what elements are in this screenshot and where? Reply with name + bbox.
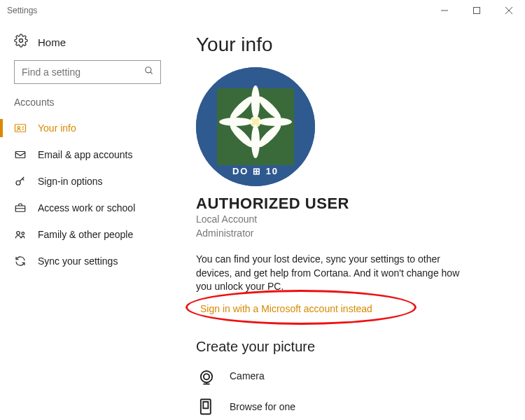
svg-rect-11 [15, 152, 25, 158]
option-camera[interactable]: Camera [196, 366, 497, 386]
maximize-button[interactable] [461, 0, 493, 21]
minimize-button[interactable] [428, 0, 461, 21]
create-picture-heading: Create your picture [196, 339, 497, 355]
info-description: You can find your lost device, sync your… [196, 253, 469, 294]
nav-label: Sign-in options [38, 176, 103, 187]
svg-rect-1 [474, 8, 480, 14]
window-title: Settings [7, 6, 37, 15]
browse-icon [196, 397, 217, 416]
sidebar-item-work-school[interactable]: Access work or school [0, 195, 175, 221]
svg-point-20 [251, 125, 260, 158]
user-name: AUTHORIZED USER [196, 195, 497, 213]
person-card-icon [14, 122, 27, 134]
search-icon [144, 66, 154, 78]
home-label: Home [38, 36, 66, 48]
nav-label: Access work or school [38, 202, 135, 214]
svg-point-19 [251, 85, 260, 119]
sidebar-item-your-info[interactable]: Your info [0, 115, 175, 141]
nav-label: Email & app accounts [38, 149, 132, 160]
section-label: Accounts [0, 97, 175, 115]
nav-label: Your info [38, 122, 76, 134]
ms-account-link[interactable]: Sign in with a Microsoft account instead [200, 303, 372, 314]
svg-point-21 [219, 118, 253, 126]
sidebar-item-email-accounts[interactable]: Email & app accounts [0, 141, 175, 168]
svg-point-27 [201, 371, 212, 382]
account-type: Local Account [196, 213, 497, 227]
sync-icon [14, 255, 27, 267]
svg-point-4 [20, 39, 23, 43]
briefcase-icon [14, 202, 27, 214]
sidebar-item-sync-settings[interactable]: Sync your settings [0, 248, 175, 274]
sidebar-item-signin-options[interactable]: Sign-in options [0, 168, 175, 195]
avatar-caption: DO ⊞ 10 [196, 166, 315, 176]
mail-icon [14, 148, 27, 161]
nav-label: Sync your settings [38, 255, 118, 267]
option-label: Browse for one [230, 401, 295, 412]
titlebar: Settings [0, 0, 525, 21]
gear-icon [14, 34, 28, 50]
close-button[interactable] [493, 0, 525, 21]
search-field[interactable] [22, 66, 144, 78]
account-role: Administrator [196, 227, 497, 241]
key-icon [14, 175, 27, 188]
option-label: Camera [230, 370, 265, 382]
camera-icon [196, 366, 217, 386]
svg-point-12 [16, 181, 20, 185]
people-icon [14, 228, 27, 241]
svg-rect-30 [203, 402, 208, 408]
svg-point-22 [258, 118, 292, 126]
svg-point-14 [17, 232, 20, 235]
svg-point-5 [146, 67, 151, 73]
main-panel: Your info [175, 21, 525, 420]
avatar: DO ⊞ 10 [196, 67, 315, 186]
search-input[interactable] [14, 60, 161, 84]
page-title: Your info [196, 34, 497, 56]
svg-point-15 [22, 232, 24, 235]
svg-point-28 [204, 374, 209, 379]
nav-label: Family & other people [38, 229, 133, 240]
option-browse[interactable]: Browse for one [196, 397, 497, 416]
sidebar-item-family-people[interactable]: Family & other people [0, 221, 175, 248]
sidebar: Home Accounts Your info Email & app acco… [0, 21, 175, 420]
svg-line-6 [150, 72, 153, 74]
svg-point-8 [18, 127, 20, 129]
home-button[interactable]: Home [0, 29, 175, 60]
